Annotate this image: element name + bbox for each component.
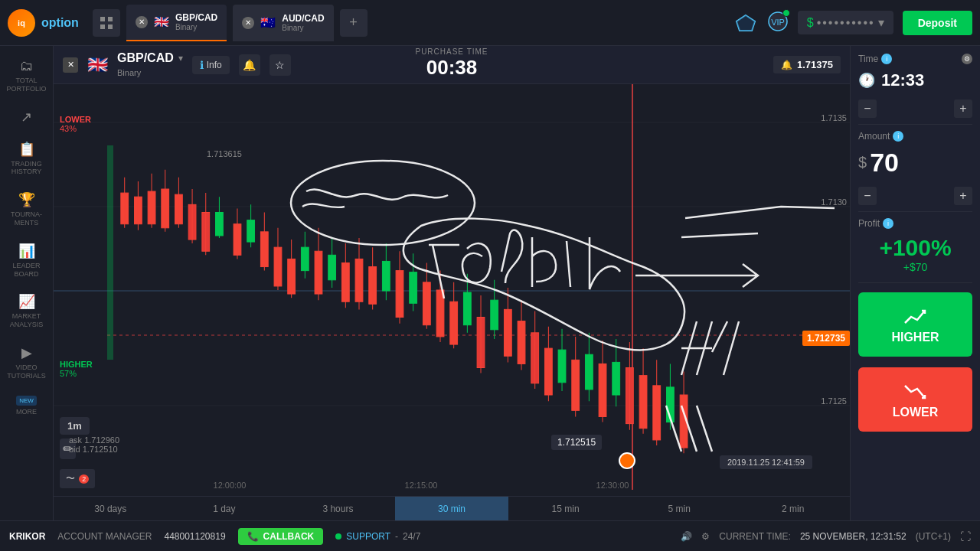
- instrument-type: Binary: [117, 68, 141, 77]
- svg-rect-1: [108, 17, 113, 21]
- price-tooltip: 1.712515: [551, 435, 602, 450]
- profit-info-icon[interactable]: i: [883, 218, 893, 229]
- clock-icon: 🕐: [858, 72, 875, 89]
- tab-close-gbpcad[interactable]: ✕: [136, 16, 148, 28]
- balance-dots: ••••••••••: [817, 16, 875, 30]
- amount-decrease-button[interactable]: −: [858, 187, 877, 205]
- time-label: Time: [858, 54, 878, 64]
- sidebar-item-leaderboard[interactable]: 📊 LEADERBOARD: [5, 236, 48, 285]
- instrument-info: GBP/CAD ▾ Binary: [117, 51, 183, 79]
- lower-button[interactable]: LOWER: [858, 367, 972, 432]
- tab-name-gbpcad: GBP/CAD: [175, 12, 217, 23]
- amount-value: 70: [870, 148, 899, 178]
- higher-button[interactable]: HIGHER: [858, 292, 972, 357]
- bottom-right-area: 🔊 ⚙ CURRENT TIME: 25 NOVEMBER, 12:31:52 …: [681, 530, 971, 543]
- time-stepper: − +: [858, 99, 972, 118]
- support-hours-value: 24/7: [403, 531, 420, 542]
- time-decrease-button[interactable]: −: [858, 99, 877, 118]
- grid-button[interactable]: [93, 9, 120, 37]
- sidebar-label-more: MORE: [16, 408, 37, 416]
- sidebar: 🗂 TOTALPORTFOLIO ↗ 📋 TRADINGHISTORY 🏆 TO…: [0, 46, 54, 520]
- sidebar-item-total-portfolio[interactable]: 🗂 TOTALPORTFOLIO: [5, 52, 48, 99]
- callback-label: CALLBACK: [263, 531, 315, 542]
- sidebar-item-arrow[interactable]: ↗: [5, 103, 48, 132]
- higher-btn-label: HIGHER: [891, 331, 939, 344]
- tab-audcad[interactable]: ✕ 🇦🇺 AUD/CAD Binary: [233, 5, 333, 41]
- time-option-1day[interactable]: 1 day: [168, 497, 282, 520]
- settings-icon[interactable]: ⚙: [701, 531, 710, 542]
- tab-flag-gbpcad: 🇬🇧: [154, 15, 169, 29]
- sidebar-item-market-analysis[interactable]: 📈 MARKETANALYSIS: [5, 287, 48, 335]
- close-instrument-button[interactable]: ✕: [63, 57, 78, 73]
- timeline-marker[interactable]: [619, 452, 635, 469]
- timestamp-badge: 2019.11.25 12:41:59: [720, 455, 812, 469]
- profit-display: +100% +$70: [858, 235, 972, 273]
- ask-bid-display: ask 1.712960 bid 1.712510: [69, 435, 119, 454]
- callback-button[interactable]: 📞 CALLBACK: [238, 528, 324, 545]
- favorite-button[interactable]: ☆: [270, 54, 291, 76]
- support-status-dot: [335, 533, 341, 540]
- time-settings-icon[interactable]: ⚙: [962, 54, 972, 64]
- bid-price: bid 1.712510: [69, 445, 119, 454]
- instrument-dropdown-icon[interactable]: ▾: [178, 53, 183, 64]
- current-time-value: 25 NOVEMBER, 12:31:52: [800, 531, 906, 542]
- badge-icon: VIP: [767, 11, 789, 35]
- support-label: SUPPORT: [346, 531, 390, 542]
- timeframe-1m-button[interactable]: 1m: [60, 417, 90, 435]
- instrument-name: GBP/CAD: [117, 51, 174, 65]
- sidebar-item-trading-history[interactable]: 📋 TRADINGHISTORY: [5, 135, 48, 183]
- time-option-2min[interactable]: 2 min: [736, 497, 850, 520]
- play-icon: ▶: [21, 344, 32, 361]
- balance-area[interactable]: $ •••••••••• ▾: [798, 11, 893, 34]
- logo-text: option: [41, 16, 79, 30]
- time-option-5min[interactable]: 5 min: [622, 497, 737, 520]
- lower-pct: 43%: [60, 124, 91, 133]
- tab-close-audcad[interactable]: ✕: [242, 17, 254, 29]
- tab-type-gbpcad: Binary: [175, 23, 217, 31]
- time-option-15min[interactable]: 15 min: [508, 497, 622, 520]
- volume-icon[interactable]: 🔊: [681, 531, 692, 542]
- amount-increase-button[interactable]: +: [954, 187, 972, 205]
- time-increase-button[interactable]: +: [954, 99, 972, 118]
- lower-btn-label: LOWER: [893, 406, 939, 419]
- info-button[interactable]: ℹ Info: [192, 56, 230, 74]
- profit-percentage: +100%: [858, 235, 972, 261]
- time-option-30min[interactable]: 30 min: [395, 497, 509, 520]
- chart-container[interactable]: LOWER 43% HIGHER 57% 1.7135 1.7130 1.712…: [54, 84, 850, 496]
- divider-3: [858, 282, 972, 283]
- time-option-30days[interactable]: 30 days: [54, 497, 168, 520]
- account-manager-label: ACCOUNT MANAGER: [57, 531, 152, 542]
- deposit-button[interactable]: Deposit: [903, 11, 972, 35]
- sidebar-label-portfolio: TOTALPORTFOLIO: [7, 77, 47, 93]
- new-badge: NEW: [16, 396, 37, 406]
- annotation-tools[interactable]: 〜 2: [60, 469, 95, 488]
- phone-icon: 📞: [247, 531, 259, 542]
- higher-chart-icon: [902, 305, 929, 328]
- logo-icon: iq: [8, 9, 35, 37]
- support-button[interactable]: SUPPORT - 24/7: [335, 531, 420, 542]
- fullscreen-icon[interactable]: ⛶: [960, 530, 971, 543]
- sidebar-item-more[interactable]: NEW MORE: [5, 390, 48, 422]
- main-content: 🗂 TOTALPORTFOLIO ↗ 📋 TRADINGHISTORY 🏆 TO…: [0, 46, 980, 520]
- svg-rect-2: [100, 24, 105, 29]
- time-info-icon[interactable]: i: [881, 54, 892, 64]
- chart-section: ✕ 🇬🇧 GBP/CAD ▾ Binary ℹ Info 🔔 ☆ PURCHAS…: [54, 46, 850, 520]
- sidebar-item-tournaments[interactable]: 🏆 TOURNA-MENTS: [5, 185, 48, 233]
- amount-row: Amount i: [858, 131, 972, 142]
- price-badge: 🔔 1.71375: [773, 56, 841, 73]
- tab-gbpcad[interactable]: ✕ 🇬🇧 GBP/CAD Binary: [126, 5, 227, 41]
- info-icon: ℹ: [200, 59, 204, 71]
- time-option-3hours[interactable]: 3 hours: [281, 497, 395, 520]
- notification-button[interactable]: 🔔: [239, 54, 260, 76]
- lower-chart-icon: [902, 380, 929, 403]
- add-tab-button[interactable]: +: [340, 9, 368, 37]
- logo: iq option: [8, 9, 79, 37]
- vip-icon: [733, 11, 758, 35]
- leaderboard-icon: 📊: [18, 243, 35, 259]
- instrument-header: ✕ 🇬🇧 GBP/CAD ▾ Binary ℹ Info 🔔 ☆ PURCHAS…: [54, 46, 850, 84]
- sidebar-item-video-tutorials[interactable]: ▶ VIDEOTUTORIALS: [5, 338, 48, 386]
- higher-pct: 57%: [60, 369, 93, 378]
- tab-info-gbpcad: GBP/CAD Binary: [175, 12, 217, 31]
- amount-info-icon[interactable]: i: [893, 131, 903, 142]
- bottom-bar: KRIKOR ACCOUNT MANAGER 448001120819 📞 CA…: [0, 520, 980, 551]
